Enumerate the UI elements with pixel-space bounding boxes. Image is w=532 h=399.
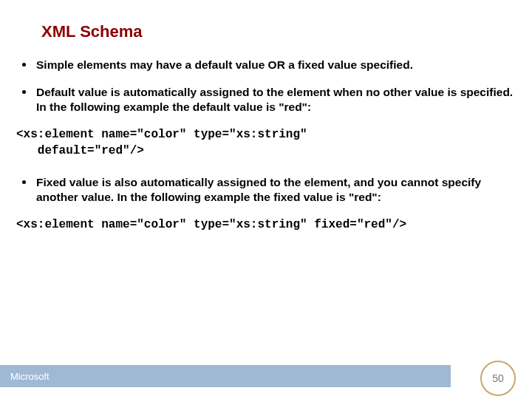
footer-bar: Microsoft [0,365,451,387]
bullet-dot-icon [22,180,26,184]
page-number: 50 [492,372,504,384]
footer-brand: Microsoft [10,371,50,382]
bullet-text: Fixed value is also automatically assign… [36,175,517,204]
code-snippet: <xs:element name="color" type="xs:string… [16,127,517,159]
bullet-item: Default value is automatically assigned … [22,85,517,114]
page-number-badge: 50 [480,361,516,396]
code-snippet: <xs:element name="color" type="xs:string… [16,217,517,233]
bullet-dot-icon [22,63,26,66]
bullet-text: Default value is automatically assigned … [36,85,517,114]
slide: XML Schema Simple elements may have a de… [0,0,532,399]
bullet-text: Simple elements may have a default value… [36,58,517,72]
slide-content: Simple elements may have a default value… [22,58,517,250]
bullet-item: Fixed value is also automatically assign… [22,175,517,204]
slide-title: XML Schema [41,22,143,41]
bullet-item: Simple elements may have a default value… [22,58,517,72]
bullet-dot-icon [22,90,26,94]
